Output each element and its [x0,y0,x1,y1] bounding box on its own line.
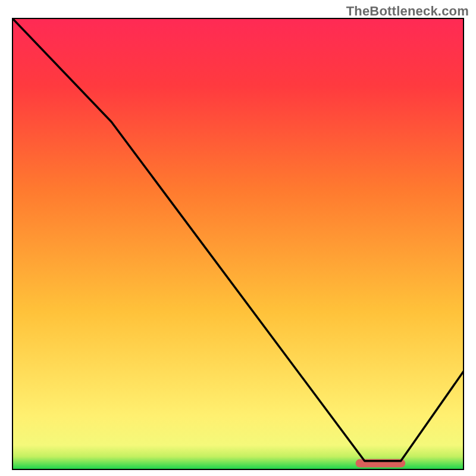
watermark-text: TheBottleneck.com [346,4,469,19]
bottleneck-chart [12,18,464,470]
chart-frame: TheBottleneck.com [0,0,476,476]
plot-area [12,18,464,470]
gradient-background [12,18,464,470]
